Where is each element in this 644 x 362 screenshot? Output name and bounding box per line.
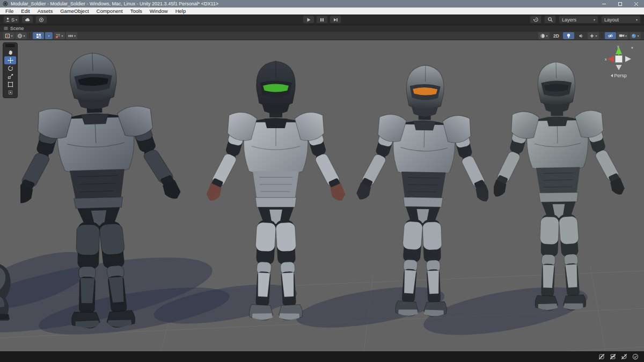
background-tasks-complete-icon[interactable] [632,353,639,360]
shading-mode-icon [540,33,545,39]
2d-label: 2D [553,33,559,39]
orientation-gizmo[interactable]: y x Persp [601,45,636,78]
caret-down-icon: ▾ [595,34,597,38]
refresh-disabled-icon[interactable] [621,353,627,360]
version-control-button[interactable] [35,16,47,24]
cloud-services-button[interactable] [21,16,33,24]
account-initial: S [11,17,14,23]
caret-down-icon: ▾ [594,18,595,21]
view-hand-tool[interactable] [4,48,16,56]
caret-down-icon: ▾ [61,34,63,38]
menu-window[interactable]: Window [146,8,172,14]
cache-server-disabled-icon[interactable] [610,353,616,360]
soldier-model-2[interactable] [206,55,346,336]
soldier-model-3[interactable] [353,60,488,332]
projection-toggle[interactable]: Persp [601,73,636,78]
effects-star-icon [589,33,595,39]
search-button[interactable] [544,16,556,24]
projection-label: Persp [614,73,627,78]
rect-tool-icon [8,82,13,87]
handle-orientation-dropdown[interactable]: ▾ [16,32,27,39]
menu-help[interactable]: Help [172,8,190,14]
account-dropdown[interactable]: S ▾ [3,16,19,24]
play-icon [306,17,311,23]
rotate-tool[interactable] [4,64,16,72]
tools-overlay [3,42,18,98]
auto-bake-disabled-icon[interactable] [598,353,605,360]
overlay-drag-handle[interactable] [5,44,15,47]
unity-logo-icon [3,1,8,6]
transform-tool-icon [8,90,13,95]
move-tool[interactable] [4,56,16,64]
scene-tab-label: Scene [10,26,24,31]
scene-visibility-toggle[interactable] [605,32,616,39]
gizmos-dropdown[interactable]: ▾ [630,32,641,39]
rotate-tool-icon [8,65,13,71]
menu-gameobject[interactable]: GameObject [56,8,92,14]
camera-settings-dropdown[interactable]: ▾ [617,32,628,39]
grid-snapping-dropdown[interactable]: ▾ [45,32,53,39]
pause-button[interactable] [316,16,328,24]
account-icon [5,17,10,22]
menu-file[interactable]: File [2,8,17,14]
close-button[interactable] [628,0,644,8]
move-tool-icon [8,57,13,63]
maximize-button[interactable] [612,0,628,8]
window-title: Modular_Soldier - Modular_Soldier - Wind… [11,1,218,6]
soldier-model-1[interactable] [20,47,188,345]
menu-assets[interactable]: Assets [34,8,57,14]
layers-dropdown[interactable]: Layers ▾ [559,16,598,24]
scene-tab-icon [4,26,8,31]
grid-visibility-dropdown[interactable]: ▾ [66,32,77,39]
scene-viewport-canvas[interactable]: y x Persp [0,40,644,351]
caret-down-icon: ▾ [546,34,547,38]
tool-settings-dropdown[interactable]: ▾ [3,32,14,39]
gizmos-sphere-icon [631,33,636,39]
persp-toggle-icon [611,74,613,77]
cloud-icon [25,17,31,22]
caret-down-icon: ▾ [48,34,49,38]
menu-tools[interactable]: Tools [127,8,146,14]
grid-visibility-icon [68,33,74,39]
audio-speaker-icon [579,33,584,39]
scene-view-toolbar: ▾ ▾ ▾ ▾ [0,32,644,40]
soldier-model-4[interactable] [494,56,628,326]
effects-dropdown[interactable]: ▾ [588,32,599,39]
pause-icon [319,17,325,23]
version-control-icon [39,17,44,23]
grid-snap-icon [36,33,41,39]
caret-down-icon: ▾ [11,34,12,38]
camera-icon [619,33,625,38]
minimize-button[interactable] [596,0,612,8]
layout-dropdown[interactable]: Layout ▾ [601,16,641,24]
search-icon [547,17,553,23]
play-button[interactable] [303,16,314,24]
axis-x-label: x [605,57,607,61]
eye-slash-icon [608,33,613,39]
pivot-icon [5,33,10,39]
rect-tool[interactable] [4,80,16,88]
step-button[interactable] [330,16,341,24]
axis-gizmo-icon: y x [601,45,636,72]
caret-down-icon: ▾ [636,18,638,21]
draw-mode-dropdown[interactable]: ▾ [538,32,550,39]
toggle-2d-view[interactable]: 2D [551,32,562,39]
transform-tool[interactable] [4,88,16,97]
layers-label: Layers [562,17,576,23]
scene-lighting-toggle[interactable] [563,32,574,39]
undo-history-icon [533,17,539,23]
pane-tab-bar: Scene [0,25,644,32]
scale-tool[interactable] [4,72,16,80]
grid-snapping-toggle[interactable] [33,32,44,39]
caret-down-icon: ▾ [637,34,639,38]
menu-edit[interactable]: Edit [17,8,33,14]
scene-audio-toggle[interactable] [575,32,587,39]
tab-scene[interactable]: Scene [0,26,28,31]
snap-increment-dropdown[interactable]: ▾ [54,32,65,39]
menu-component[interactable]: Component [93,8,127,14]
undo-history-button[interactable] [530,16,541,24]
soldier-models-layer [0,40,644,351]
snap-increment-icon [55,33,61,39]
status-bar [0,351,644,362]
caret-down-icon: ▾ [16,18,17,21]
